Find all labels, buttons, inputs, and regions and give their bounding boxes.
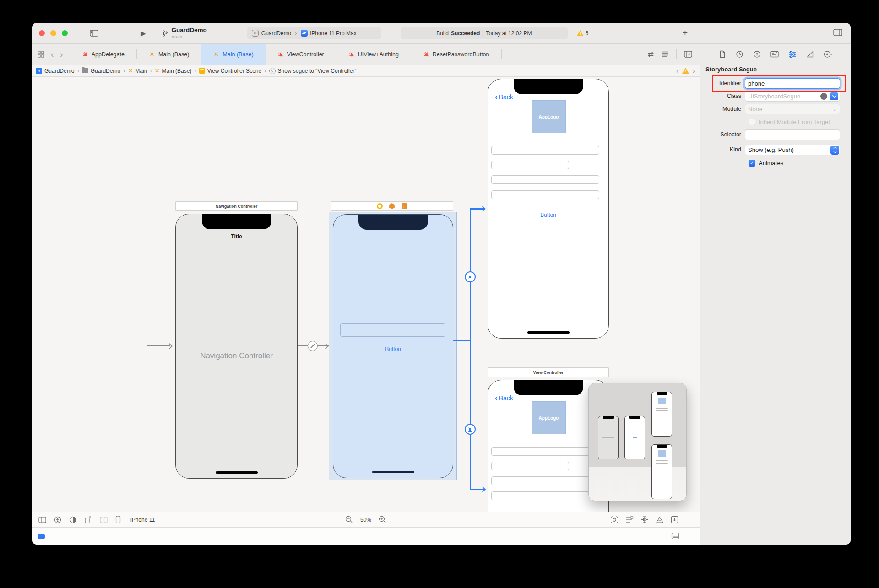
module-field[interactable]: None ⌄	[745, 104, 840, 114]
device-name[interactable]: iPhone 11	[130, 517, 155, 523]
app-logo-image[interactable]: AppLogo	[532, 100, 566, 133]
quick-help-inspector-icon[interactable]: ?	[753, 50, 761, 58]
device-icon[interactable]	[115, 516, 121, 523]
connections-inspector-icon[interactable]	[824, 50, 832, 58]
back-button[interactable]: ‹ Back	[495, 93, 513, 101]
previous-issue-icon[interactable]: ‹	[676, 67, 678, 75]
text-field[interactable]	[491, 161, 569, 169]
back-button[interactable]: ‹ Back	[495, 394, 513, 402]
appearance-icon[interactable]	[69, 516, 76, 523]
show-segue-badge[interactable]	[465, 424, 476, 435]
breadcrumb-localization[interactable]: ✕Main (Base)	[155, 68, 192, 74]
add-constraints-icon[interactable]	[640, 516, 649, 523]
attributes-inspector-icon[interactable]	[788, 51, 797, 58]
tab-resetpasswordbutton[interactable]: ResetPasswordButton	[411, 44, 501, 65]
inherit-module-checkbox[interactable]	[749, 119, 755, 125]
hide-debug-area-icon[interactable]	[671, 532, 679, 539]
tab-main-base-1[interactable]: ✕ Main (Base)	[137, 44, 201, 65]
code-review-icon[interactable]: ⇄	[648, 50, 654, 59]
navigator-toggle-icon[interactable]	[90, 30, 98, 37]
selected-scene-dock[interactable]	[331, 201, 453, 211]
kind-popup[interactable]: Show (e.g. Push)	[745, 145, 840, 155]
text-field[interactable]	[491, 476, 599, 485]
exit-icon[interactable]	[402, 203, 407, 209]
run-button[interactable]: ▶	[141, 29, 146, 38]
button-label[interactable]: Button	[488, 212, 608, 218]
go-forward-icon[interactable]: ›	[60, 50, 63, 59]
editor-options-icon[interactable]	[661, 51, 669, 57]
app-logo-image[interactable]: AppLogo	[532, 401, 566, 434]
detail-view-controller-top[interactable]: ‹ Back AppLogo Button	[488, 79, 609, 339]
animates-checkbox[interactable]: ✓	[749, 160, 755, 167]
nav-bar-title[interactable]: Title	[176, 233, 297, 240]
text-field[interactable]	[491, 175, 599, 184]
next-issue-icon[interactable]: ›	[693, 67, 695, 75]
library-add-button[interactable]: +	[683, 28, 688, 38]
show-segue-line[interactable]	[470, 208, 471, 490]
first-responder-icon[interactable]	[389, 203, 395, 209]
view-controller-scene-label[interactable]: View Controller	[488, 367, 609, 377]
navigation-controller-scene[interactable]: Title Navigation Controller	[175, 214, 298, 479]
selector-input[interactable]	[748, 131, 837, 138]
breadcrumb-storyboard[interactable]: ✕Main	[128, 68, 147, 74]
related-items-icon[interactable]	[38, 51, 44, 58]
zoom-out-icon[interactable]	[345, 516, 353, 523]
zoom-level[interactable]: 50%	[360, 517, 371, 523]
canvas-minimap[interactable]	[588, 383, 687, 501]
breakpoint-indicator[interactable]	[38, 534, 45, 539]
go-back-icon[interactable]: ‹	[51, 50, 54, 59]
show-segue-line[interactable]	[453, 340, 471, 341]
close-window-button[interactable]	[39, 30, 45, 36]
relationship-segue-badge[interactable]	[308, 341, 318, 351]
tab-main-base-active[interactable]: ✕ Main (Base)	[201, 44, 265, 65]
accessibility-icon[interactable]	[54, 516, 61, 523]
view-controller-dock-icon[interactable]	[377, 203, 383, 209]
split-preview-icon[interactable]	[100, 517, 108, 523]
breadcrumb-project[interactable]: AGuardDemo	[36, 68, 74, 74]
breadcrumb-group[interactable]: GuardDemo	[82, 68, 120, 74]
button-label[interactable]: Button	[333, 346, 453, 352]
text-field[interactable]	[340, 323, 445, 337]
run-destination[interactable]: iPhone 11 Pro Max	[310, 30, 357, 37]
breadcrumb-scene[interactable]: View Controller Scene	[199, 68, 262, 74]
scheme-selector[interactable]: GuardDemo iPhone 11 Pro Max	[247, 27, 381, 39]
activity-viewer[interactable]: Build Succeeded | Today at 12:02 PM	[401, 27, 568, 39]
text-field[interactable]	[491, 447, 599, 456]
tab-uiview-authing[interactable]: UIView+Authing	[336, 44, 411, 65]
class-combo-field[interactable]: UIStoryboardSegue →	[745, 91, 840, 102]
update-frames-icon[interactable]	[610, 516, 619, 524]
jump-to-class-icon[interactable]: →	[820, 93, 827, 100]
scheme-name[interactable]: GuardDemo	[261, 30, 291, 37]
minimize-window-button[interactable]	[50, 30, 56, 36]
identifier-input[interactable]	[748, 80, 837, 87]
resolve-autolayout-icon[interactable]	[656, 516, 664, 523]
run-destination-icon	[301, 30, 308, 37]
show-segue-badge[interactable]	[465, 271, 476, 282]
embed-in-icon[interactable]	[671, 516, 678, 523]
storyboard-canvas[interactable]: Navigation Controller Title Navigation C…	[32, 77, 700, 512]
warning-count-badge[interactable]: ! 6	[577, 30, 589, 37]
inspector-toggle-icon[interactable]	[833, 29, 842, 36]
add-editor-icon[interactable]	[684, 51, 692, 58]
tab-viewcontroller[interactable]: ViewController	[266, 44, 336, 65]
align-icon[interactable]	[625, 516, 634, 523]
text-field[interactable]	[491, 491, 599, 500]
nav-controller-scene-label[interactable]: Navigation Controller	[175, 201, 298, 211]
text-field[interactable]	[491, 462, 569, 470]
selected-view-controller[interactable]: Button	[333, 214, 453, 478]
history-inspector-icon[interactable]	[736, 50, 743, 58]
project-title: GuardDemo	[172, 27, 207, 34]
text-field[interactable]	[491, 146, 599, 155]
identity-inspector-icon[interactable]	[770, 51, 779, 58]
size-inspector-icon[interactable]	[806, 50, 814, 58]
class-dropdown-icon[interactable]	[830, 92, 838, 100]
text-field[interactable]	[491, 190, 599, 199]
scene-list-toggle-icon[interactable]	[38, 517, 46, 523]
zoom-in-icon[interactable]	[379, 516, 386, 523]
file-inspector-icon[interactable]	[719, 50, 726, 58]
breadcrumb-segue[interactable]: ‹Show segue to “View Controller”	[269, 68, 357, 74]
tab-appdelegate[interactable]: AppDelegate	[70, 44, 136, 65]
zoom-window-button[interactable]	[62, 30, 68, 36]
build-time: Today at 12:02 PM	[486, 30, 532, 37]
orientation-icon[interactable]	[84, 516, 92, 523]
